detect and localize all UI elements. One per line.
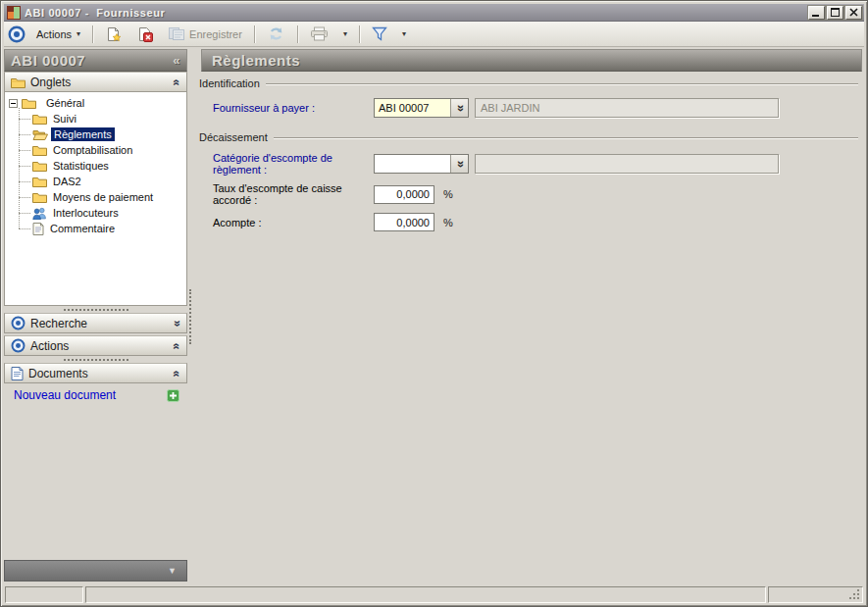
panel-header-recherche[interactable]: Recherche « [4, 313, 187, 333]
panel-splitter[interactable] [4, 356, 187, 363]
tree-node-general[interactable]: Général [9, 95, 184, 111]
panel-header-documents[interactable]: Documents « [4, 363, 187, 383]
collapse-panel-icon[interactable]: « [172, 342, 183, 349]
tree-expander-icon[interactable] [9, 99, 18, 108]
actions-menu-button[interactable]: Actions ▾ [30, 25, 86, 43]
tree-node-label: DAS2 [50, 175, 84, 188]
panel-header-onglets[interactable]: Onglets « [4, 72, 187, 92]
actions-dropdown-icon: ▾ [77, 29, 80, 38]
documents-panel-body: Nouveau document [4, 383, 187, 560]
collapse-panel-icon[interactable]: « [172, 370, 183, 377]
print-dropdown-button[interactable]: ▾ [336, 26, 353, 41]
folder-icon [22, 97, 36, 109]
combo-dropdown-icon: « [453, 104, 466, 111]
tree-node-moyens-de-paiement[interactable]: Moyens de paiement [9, 189, 184, 205]
filter-icon [372, 26, 387, 41]
refresh-icon [267, 25, 285, 42]
close-button[interactable] [845, 6, 862, 20]
people-icon [32, 207, 47, 220]
panel-actions-label: Actions [30, 339, 69, 353]
filter-button[interactable] [366, 24, 393, 44]
bullseye-icon [8, 25, 26, 43]
tree-node-comptabilisation[interactable]: Comptabilisation [9, 142, 184, 158]
save-button[interactable]: Enregistrer [162, 24, 248, 44]
navpane-options-bar[interactable]: ▼ [4, 560, 187, 582]
maximize-icon [831, 8, 840, 17]
categorie-escompte-row: Catégorie d'escompte de règlement : « [193, 152, 862, 176]
folder-icon [32, 144, 47, 156]
toolbar: Actions ▾ Enregistrer ▾ ▾ [4, 22, 864, 47]
tree-node-suivi[interactable]: Suivi [9, 111, 184, 126]
acompte-input[interactable] [374, 213, 434, 231]
expand-panel-icon[interactable]: « [172, 320, 183, 327]
fournisseur-row: Fournisseur à payer : ABI 00007 « ABI JA… [193, 98, 862, 118]
categorie-escompte-combobox[interactable]: « [374, 154, 469, 174]
bullseye-icon [11, 316, 26, 330]
acompte-unit: % [443, 217, 453, 228]
tree-node-das2[interactable]: DAS2 [9, 174, 184, 189]
toolbar-separator [297, 25, 298, 43]
panel-onglets-label: Onglets [30, 76, 71, 89]
panel-documents-label: Documents [28, 367, 88, 380]
taux-escompte-input[interactable] [374, 185, 434, 204]
taux-escompte-row: Taux d'escompte de caisse accordé : % [193, 182, 862, 206]
tree-node-interlocuteurs[interactable]: Interlocuteurs [9, 205, 184, 221]
fournisseur-combobox[interactable]: ABI 00007 « [374, 98, 469, 118]
folder-icon [32, 160, 47, 172]
group-decaissement: Décaissement [199, 131, 858, 143]
minimize-button[interactable] [808, 6, 825, 20]
titlebar[interactable]: ABI 00007 - Fournisseur [4, 4, 864, 22]
maximize-button[interactable] [827, 6, 843, 20]
print-dropdown-icon: ▾ [343, 29, 347, 38]
folder-open-icon [32, 128, 48, 140]
new-record-button[interactable] [99, 24, 128, 45]
categorie-escompte-display-field [475, 154, 779, 174]
refresh-button[interactable] [261, 23, 291, 45]
taux-escompte-unit: % [443, 188, 453, 200]
folder-icon [32, 191, 47, 203]
panel-splitter[interactable] [4, 306, 187, 313]
fournisseur-value: ABI 00007 [375, 99, 450, 117]
fournisseur-combo-button[interactable]: « [450, 99, 468, 117]
delete-record-button[interactable] [130, 24, 160, 45]
panel-header-actions[interactable]: Actions « [4, 335, 187, 356]
tree-node-label: Suivi [50, 112, 79, 126]
collapse-panel-icon[interactable]: « [172, 78, 183, 85]
app-window: ABI 00007 - Fournisseur Actions ▾ Enregi… [0, 0, 868, 607]
tabs-tree: Général Suivi Règlements [4, 92, 187, 306]
group-decaissement-label: Décaissement [199, 131, 268, 143]
tree-children: Suivi Règlements Comptabilisation [9, 111, 184, 236]
status-cell-right [768, 586, 863, 603]
navpane-options-icon: ▼ [168, 566, 177, 576]
toolbar-separator [92, 25, 93, 43]
add-document-icon[interactable] [167, 389, 179, 402]
sidebar: ABI 00007 « Onglets « Général [4, 47, 187, 585]
filter-dropdown-button[interactable]: ▾ [395, 26, 412, 41]
taux-escompte-label: Taux d'escompte de caisse accordé : [193, 182, 374, 206]
document-icon [11, 367, 24, 380]
bullseye-icon [11, 338, 26, 353]
tree-node-label: Statistiques [50, 159, 112, 173]
tree-node-commentaire[interactable]: Commentaire [9, 221, 184, 236]
folder-icon [32, 176, 47, 187]
actions-menu-label: Actions [36, 28, 72, 40]
tree-node-label: Règlements [51, 127, 115, 141]
status-bar [4, 585, 864, 603]
tree-node-statistiques[interactable]: Statistiques [9, 158, 184, 174]
tree-node-reglements[interactable]: Règlements [9, 126, 184, 142]
note-icon [32, 223, 44, 235]
app-icon [7, 6, 21, 20]
acompte-label: Acompte : [193, 217, 374, 228]
collapse-sidebar-icon[interactable]: « [173, 54, 180, 67]
tree-node-label: Moyens de paiement [50, 190, 156, 204]
window-title: ABI 00007 - Fournisseur [25, 7, 806, 19]
folder-icon [11, 76, 26, 88]
categorie-combo-button[interactable]: « [450, 155, 468, 173]
group-identification: Identification [199, 77, 858, 89]
resize-grip[interactable] [849, 589, 861, 601]
tree-node-label: Interlocuteurs [50, 206, 122, 220]
print-button[interactable] [304, 24, 334, 44]
save-icon [168, 26, 185, 41]
categorie-escompte-value [375, 155, 450, 173]
new-document-link[interactable]: Nouveau document [14, 388, 167, 402]
